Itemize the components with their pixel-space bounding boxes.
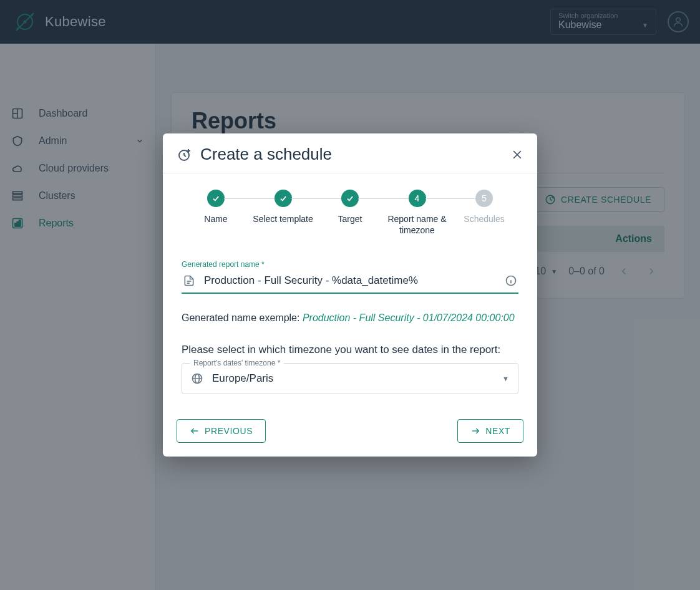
stepper: Name Select template Target 4 Report nam… [163,173,537,248]
step-select-template[interactable]: Select template [249,190,318,225]
step-schedules[interactable]: 5 Schedules [450,190,518,225]
previous-button[interactable]: PREVIOUS [177,419,266,443]
arrow-right-icon [470,426,480,436]
step-label: Select template [253,213,313,225]
timezone-value: Europe/Paris [212,372,493,385]
globe-icon [191,372,203,385]
step-number: 5 [475,190,493,207]
example-value: Production - Full Security - 01/07/2024 … [303,312,515,323]
step-label: Schedules [464,213,504,225]
modal-overlay: Create a schedule Name Select template [0,0,700,590]
timezone-note: Please select in which timezone you want… [182,342,518,358]
clock-plus-icon [177,147,192,162]
next-button[interactable]: NEXT [457,419,523,443]
report-name-label: Generated report name * [182,260,518,269]
step-report-name-timezone[interactable]: 4 Report name & timezone [383,190,452,236]
report-name-input[interactable] [203,274,497,288]
svg-line-23 [184,155,186,157]
step-label: Target [338,213,362,225]
triangle-down-icon: ▼ [502,375,509,382]
close-button[interactable] [511,148,523,161]
create-schedule-dialog: Create a schedule Name Select template [163,133,537,456]
document-icon [183,274,195,287]
generated-name-example: Generated name exemple: Production - Ful… [182,310,518,326]
timezone-label: Report's dates' timezone * [190,359,284,367]
example-prefix: Generated name exemple: [182,312,303,323]
report-name-field[interactable] [182,269,518,294]
button-label: PREVIOUS [205,426,253,436]
step-target[interactable]: Target [316,190,384,225]
info-icon[interactable] [505,274,517,287]
close-icon [511,148,523,161]
arrow-left-icon [190,426,200,436]
dialog-title: Create a schedule [200,145,502,164]
step-number: 4 [409,190,426,207]
timezone-select[interactable]: Report's dates' timezone * Europe/Paris … [182,363,518,394]
step-label: Report name & timezone [383,213,452,236]
check-icon [279,194,288,203]
check-icon [211,194,220,203]
button-label: NEXT [485,426,510,436]
step-name[interactable]: Name [182,190,250,225]
step-label: Name [204,213,227,225]
check-icon [346,194,354,203]
